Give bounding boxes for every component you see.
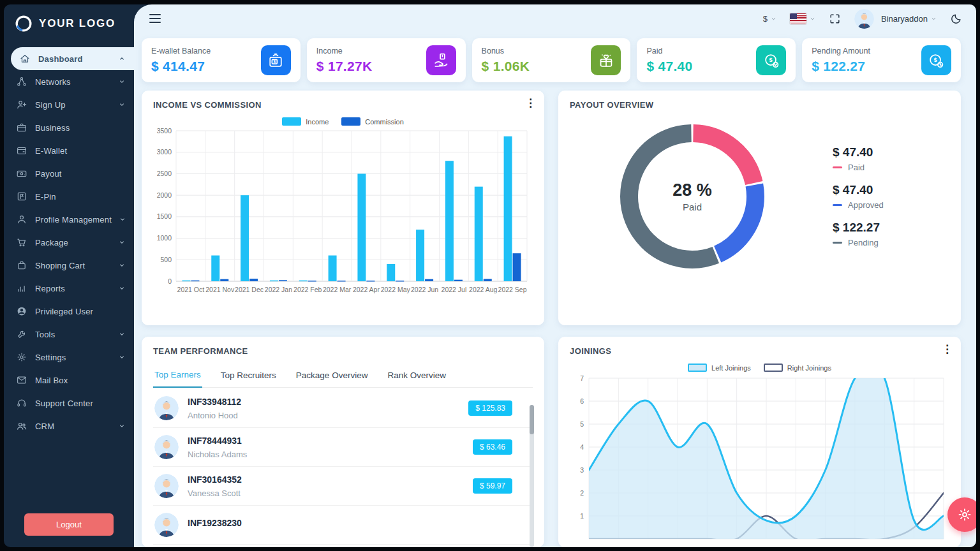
tab-top-recruiters[interactable]: Top Recruiters xyxy=(219,367,278,387)
cart-icon xyxy=(16,237,27,248)
scrollbar-thumb[interactable] xyxy=(530,405,534,434)
svg-text:2022 Mar: 2022 Mar xyxy=(323,286,352,293)
stat-card-income: Income$ 17.27K xyxy=(307,38,466,82)
sidebar-item-label: Shoping Cart xyxy=(35,261,111,270)
svg-text:2022 Sep: 2022 Sep xyxy=(498,286,527,293)
svg-text:2021 Nov: 2021 Nov xyxy=(205,286,235,293)
list-scrollbar[interactable] xyxy=(530,405,534,547)
stat-label: Pending Amount xyxy=(812,47,870,55)
sidebar-item-label: Networks xyxy=(35,77,111,87)
sidebar-item-support-center[interactable]: Support Center xyxy=(4,392,134,415)
tab-package-overview[interactable]: Package Overview xyxy=(295,367,369,387)
sidebar-item-profile-management[interactable]: Profile Management xyxy=(4,208,134,231)
bar-chart-legend: IncomeCommission xyxy=(153,117,533,126)
chevron-down-icon xyxy=(119,101,125,108)
chevron-down-icon xyxy=(810,16,815,22)
legend-entry-income: Income xyxy=(282,117,329,126)
svg-text:500: 500 xyxy=(160,256,172,263)
card-title: JOININGS xyxy=(570,346,949,356)
fullscreen-icon[interactable] xyxy=(829,13,841,25)
user-menu[interactable]: Binaryaddon xyxy=(854,9,937,29)
sidebar-item-e-wallet[interactable]: E-Wallet xyxy=(4,139,134,162)
logout-button[interactable]: Logout xyxy=(24,513,114,536)
gift-icon xyxy=(591,45,621,75)
stat-cards-row: E-wallet Balance$ 414.47$Income$ 17.27KB… xyxy=(142,38,961,82)
chevron-down-icon xyxy=(119,423,125,429)
sidebar-item-shoping-cart[interactable]: Shoping Cart xyxy=(4,254,134,277)
stat-card-paid: Paid$ 47.40$ xyxy=(637,38,796,82)
svg-text:2022 May: 2022 May xyxy=(381,286,411,293)
wallet-nfc-icon: $ xyxy=(261,45,291,75)
svg-text:$: $ xyxy=(769,57,773,63)
team-member-row: INF33948112Antonio Hood$ 125.83 xyxy=(153,389,533,428)
chevron-down-icon xyxy=(119,262,125,268)
sidebar-item-label: Dashboard xyxy=(38,54,111,64)
user-icon xyxy=(16,214,27,225)
legend-swatch xyxy=(282,117,301,126)
avatar xyxy=(154,435,179,459)
svg-text:1500: 1500 xyxy=(157,212,172,220)
chevron-down-icon xyxy=(771,16,776,22)
svg-text:2022 Jan: 2022 Jan xyxy=(265,286,292,293)
sidebar-item-label: Support Center xyxy=(35,399,125,408)
sidebar-item-settings[interactable]: Settings xyxy=(4,346,134,369)
topbar: $ Binaryaddon xyxy=(134,4,976,33)
hand-coin-icon xyxy=(426,45,456,75)
chevron-down-icon xyxy=(119,216,126,223)
joinings-chart: 1234567 xyxy=(570,373,947,547)
sidebar-item-privileged-user[interactable]: Privileged User xyxy=(4,300,134,323)
avatar xyxy=(154,513,179,537)
stat-card-bonus: Bonus$ 1.06K xyxy=(472,38,631,82)
logo-text: YOUR LOGO xyxy=(39,17,115,30)
wrench-icon xyxy=(16,328,27,340)
stat-label: Income xyxy=(316,47,373,55)
svg-text:2022 Feb: 2022 Feb xyxy=(293,286,322,293)
user-plus-icon xyxy=(16,99,27,110)
sidebar-item-e-pin[interactable]: E-Pin xyxy=(4,185,134,208)
card-menu-button[interactable]: ⋮ xyxy=(525,98,536,108)
users-icon xyxy=(16,420,27,432)
member-id: INF30164352 xyxy=(188,474,242,485)
tab-top-earners[interactable]: Top Earners xyxy=(153,367,202,388)
sidebar-item-reports[interactable]: Reports xyxy=(4,277,134,300)
sidebar-item-tools[interactable]: Tools xyxy=(4,323,134,346)
content: E-wallet Balance$ 414.47$Income$ 17.27KB… xyxy=(134,33,976,547)
hamburger-icon[interactable] xyxy=(149,14,161,23)
chevron-down-icon xyxy=(119,354,125,360)
sidebar-item-dashboard[interactable]: Dashboard xyxy=(11,47,134,70)
team-list: INF33948112Antonio Hood$ 125.83INF784449… xyxy=(153,389,533,545)
svg-text:2022 Apr: 2022 Apr xyxy=(353,286,380,293)
payout-legend-label: Approved xyxy=(848,200,884,210)
payout-donut-chart: 28 % Paid xyxy=(612,116,773,277)
svg-text:2021 Dec: 2021 Dec xyxy=(235,286,264,293)
wallet-icon xyxy=(16,145,27,156)
sidebar-item-payout[interactable]: Payout xyxy=(4,162,134,185)
svg-text:2022 Jun: 2022 Jun xyxy=(411,286,438,293)
legend-swatch xyxy=(688,364,707,372)
user-circle-icon xyxy=(16,305,27,317)
payout-legend-label: Paid xyxy=(848,163,865,172)
sidebar-item-sign-up[interactable]: Sign Up xyxy=(4,93,134,116)
sidebar-item-networks[interactable]: Networks xyxy=(4,70,134,93)
chart-bars-icon xyxy=(16,283,27,294)
legend-swatch xyxy=(341,117,360,126)
sidebar-item-mail-box[interactable]: Mail Box xyxy=(4,369,134,392)
card-menu-button[interactable]: ⋮ xyxy=(942,344,953,355)
svg-text:3500: 3500 xyxy=(157,127,172,135)
moon-icon[interactable] xyxy=(950,13,962,25)
card-title: PAYOUT OVERVIEW xyxy=(570,100,949,110)
sidebar-menu: DashboardNetworksSign UpBusinessE-Wallet… xyxy=(4,43,134,503)
sidebar-item-package[interactable]: Package xyxy=(4,231,134,254)
language-dropdown[interactable] xyxy=(790,13,815,24)
theme-settings-button[interactable] xyxy=(947,497,976,532)
card-title: TEAM PERFORMANCE xyxy=(153,346,533,356)
currency-dropdown[interactable]: $ xyxy=(763,14,776,24)
stat-card-pending-amount: Pending Amount$ 122.27$ xyxy=(802,38,961,82)
joinings-card: JOININGS ⋮ Left JoiningsRight Joinings 1… xyxy=(558,337,961,547)
tab-rank-overview[interactable]: Rank Overview xyxy=(386,367,447,387)
payout-legend-item-pending: $ 122.27Pending xyxy=(833,221,884,247)
payout-legend-item-approved: $ 47.40Approved xyxy=(833,183,884,210)
sidebar-item-crm[interactable]: CRM xyxy=(4,415,134,437)
sidebar-item-business[interactable]: Business xyxy=(4,116,134,139)
legend-entry-commission: Commission xyxy=(341,117,404,126)
